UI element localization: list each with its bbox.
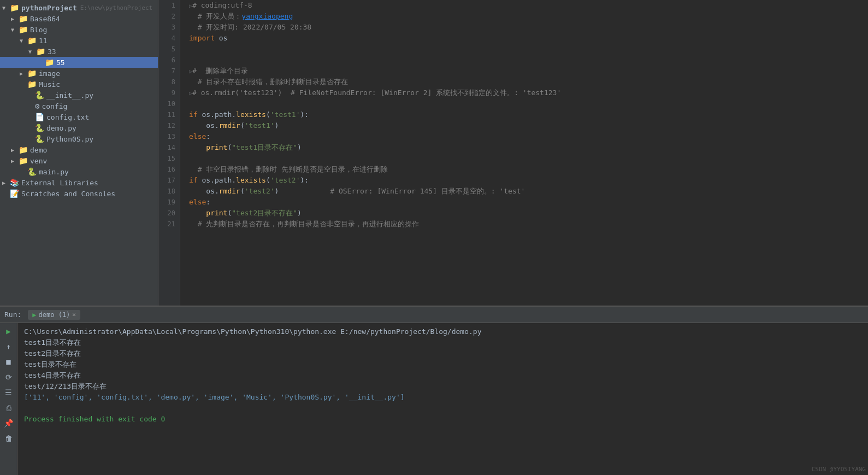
sidebar-item-demo-folder[interactable]: ▶ 📁 demo: [0, 144, 158, 155]
trash-button[interactable]: 🗑: [3, 432, 15, 444]
pin-button[interactable]: 📌: [3, 417, 15, 429]
folder-icon-33: 📁: [36, 47, 45, 56]
scratch-icon: 📝: [10, 189, 19, 198]
label-demo-py: demo.py: [46, 124, 76, 132]
code-line-12: os.rmdir('test1'): [189, 120, 859, 131]
code-line-19: else:: [189, 197, 859, 208]
sidebar-item-external-libs[interactable]: ▶ 📚 External Libraries: [0, 177, 158, 188]
rerun-button[interactable]: ⟳: [3, 371, 15, 383]
code-line-14: print("test1目录不存在"): [189, 142, 859, 153]
console-out-list: ['11', 'config', 'config.txt', 'demo.py'…: [24, 392, 861, 403]
console-out-4: test4目录不存在: [24, 370, 861, 381]
folder-icon-venv: 📁: [19, 156, 28, 165]
code-line-7: ▷# 删除单个目录: [189, 66, 859, 77]
arrow-extlib: ▶: [2, 180, 10, 186]
sidebar-item-config-txt[interactable]: 📄 config.txt: [0, 112, 158, 122]
sidebar-item-venv[interactable]: ▶ 📁 venv: [0, 155, 158, 166]
label-external-libs: External Libraries: [21, 179, 98, 187]
sidebar-item-demo-py[interactable]: 🐍 demo.py: [0, 122, 158, 133]
run-button[interactable]: ▶: [3, 325, 15, 337]
sidebar-item-main-py[interactable]: 🐍 main.py: [0, 166, 158, 177]
sidebar-item-config[interactable]: ⚙ config: [0, 101, 158, 112]
code-line-9: ▷# os.rmdir('test123') # FileNotFoundErr…: [189, 87, 859, 98]
folder-icon-55: 📁: [45, 58, 54, 67]
console-out-1: test1目录不存在: [24, 337, 861, 348]
code-line-11: if os.path.lexists('test1'):: [189, 109, 859, 120]
run-tab-close-icon[interactable]: ×: [72, 311, 76, 318]
project-path: E:\new\pythonProject: [80, 4, 152, 11]
console-empty: [24, 403, 861, 414]
code-line-20: print("test2目录不存在"): [189, 208, 859, 219]
run-tab-demo[interactable]: ▶ demo (1) ×: [28, 310, 80, 320]
run-tab-label: demo (1): [39, 311, 70, 319]
code-line-5: [189, 44, 859, 55]
project-folder-icon: 📁: [10, 3, 19, 12]
arrow-33: ▼: [28, 49, 36, 55]
label-Music: Music: [39, 80, 60, 89]
label-image: image: [39, 69, 60, 78]
code-line-4: import os: [189, 33, 859, 44]
sidebar-item-init[interactable]: 🐍 __init__.py: [0, 90, 158, 101]
project-label: pythonProject: [21, 4, 77, 12]
sidebar-item-image[interactable]: ▶ 📁 image: [0, 68, 158, 79]
sidebar-item-Base864[interactable]: ▶ 📁 Base864: [0, 13, 158, 24]
label-main-py: main.py: [39, 168, 69, 176]
folder-icon-Blog: 📁: [19, 25, 28, 34]
scroll-up-button[interactable]: ↑: [3, 341, 15, 353]
arrow-demo: ▶: [11, 147, 19, 153]
file-icon-python0s: 🐍: [35, 134, 44, 143]
run-panel: Run: ▶ demo (1) × ▶ ↑ ■ ⟳ ☰ ⎙ 📌 🗑 C:\Use…: [0, 306, 868, 475]
file-icon-init: 🐍: [35, 91, 44, 99]
sidebar-item-11[interactable]: ▼ 📁 11: [0, 35, 158, 46]
folder-icon-Base864: 📁: [19, 14, 28, 23]
code-line-17: if os.path.lexists('test2'):: [189, 175, 859, 186]
label-venv: venv: [30, 157, 47, 165]
file-tree-sidebar: ▼ 📁 pythonProject E:\new\pythonProject ▶…: [0, 0, 158, 306]
code-lines: ▷# coding:utf-8 # 开发人员：yangxiaopeng # 开发…: [180, 0, 868, 306]
print-button[interactable]: ⎙: [3, 402, 15, 414]
watermark: CSDN @YYDSIYANG: [812, 466, 866, 473]
sidebar-item-Blog[interactable]: ▼ 📁 Blog: [0, 24, 158, 35]
arrow-venv: ▶: [11, 158, 19, 164]
label-Blog: Blog: [30, 26, 47, 34]
project-arrow: ▼: [2, 5, 10, 11]
code-line-1: ▷# coding:utf-8: [189, 0, 859, 11]
code-line-13: else:: [189, 131, 859, 142]
code-line-3: # 开发时间: 2022/07/05 20:38: [189, 22, 859, 33]
folder-icon-Music: 📁: [27, 80, 37, 89]
label-demo-folder: demo: [30, 146, 47, 154]
console-cmd-line: C:\Users\Administrator\AppData\Local\Pro…: [24, 326, 861, 337]
code-line-18: os.rmdir('test2') # OSError: [WinError 1…: [189, 186, 859, 197]
file-icon-demo-py: 🐍: [35, 124, 44, 132]
sidebar-item-scratches[interactable]: 📝 Scratches and Consoles: [0, 188, 158, 199]
stop-button[interactable]: ■: [3, 356, 15, 368]
extlib-icon: 📚: [10, 178, 19, 187]
label-config-txt: config.txt: [46, 113, 89, 121]
file-icon-main-py: 🐍: [27, 167, 37, 176]
label-scratches: Scratches and Consoles: [21, 190, 115, 198]
line-numbers: 12345 678910 1112131415 1617181920 21: [158, 0, 180, 306]
code-line-8: # 目录不存在时报错，删除时判断目录是否存在: [189, 77, 859, 87]
file-icon-config: ⚙: [35, 102, 39, 110]
code-line-6: [189, 55, 859, 66]
label-33: 33: [48, 48, 56, 56]
folder-icon-11: 📁: [27, 36, 37, 45]
code-editor[interactable]: 12345 678910 1112131415 1617181920 21 ▷#…: [158, 0, 868, 306]
project-root[interactable]: ▼ 📁 pythonProject E:\new\pythonProject: [0, 2, 158, 13]
console-out-2: test2目录不存在: [24, 348, 861, 359]
label-11: 11: [39, 37, 48, 45]
folder-icon-image: 📁: [27, 69, 37, 78]
filter-button[interactable]: ☰: [3, 386, 15, 398]
console-out-3: test目录不存在: [24, 359, 861, 370]
console-toolbar: ▶ ↑ ■ ⟳ ☰ ⎙ 📌 🗑: [0, 323, 17, 475]
console-output: C:\Users\Administrator\AppData\Local\Pro…: [17, 323, 868, 475]
sidebar-item-python0s[interactable]: 🐍 Python0S.py: [0, 133, 158, 144]
console-out-5: test/12/213目录不存在: [24, 381, 861, 392]
sidebar-item-Music[interactable]: 📁 Music: [0, 79, 158, 90]
arrow-11: ▼: [20, 38, 27, 44]
arrow-Base864: ▶: [11, 16, 19, 22]
code-line-21: # 先判断目录是否存在，再判断目录是否非空目录，再进行相应的操作: [189, 219, 859, 230]
code-line-15: [189, 153, 859, 164]
sidebar-item-33[interactable]: ▼ 📁 33: [0, 46, 158, 57]
sidebar-item-55[interactable]: 📁 55: [0, 57, 158, 68]
